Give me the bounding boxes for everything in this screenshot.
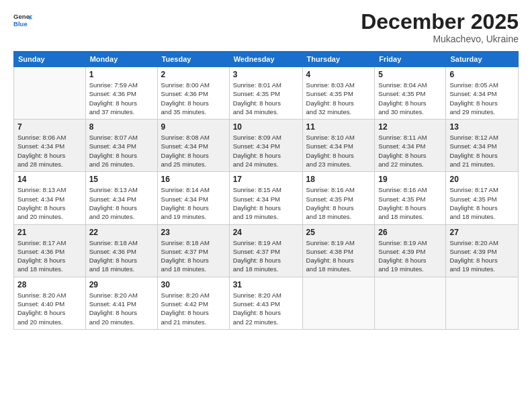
calendar-cell: 13Sunrise: 8:12 AM Sunset: 4:34 PM Dayli… bbox=[446, 120, 519, 172]
weekday-header-tuesday: Tuesday bbox=[157, 52, 229, 67]
day-number: 23 bbox=[161, 228, 226, 237]
day-info: Sunrise: 8:19 AM Sunset: 4:38 PM Dayligh… bbox=[306, 238, 371, 274]
week-row-5: 28Sunrise: 8:20 AM Sunset: 4:40 PM Dayli… bbox=[14, 277, 519, 329]
calendar-cell: 15Sunrise: 8:13 AM Sunset: 4:34 PM Dayli… bbox=[85, 172, 157, 224]
calendar-cell: 21Sunrise: 8:17 AM Sunset: 4:36 PM Dayli… bbox=[14, 224, 86, 277]
day-number: 18 bbox=[306, 175, 371, 184]
week-row-4: 21Sunrise: 8:17 AM Sunset: 4:36 PM Dayli… bbox=[14, 224, 519, 277]
day-info: Sunrise: 8:19 AM Sunset: 4:39 PM Dayligh… bbox=[378, 238, 442, 274]
calendar-cell: 25Sunrise: 8:19 AM Sunset: 4:38 PM Dayli… bbox=[302, 224, 375, 277]
day-number: 10 bbox=[233, 122, 299, 132]
day-info: Sunrise: 8:20 AM Sunset: 4:43 PM Dayligh… bbox=[233, 291, 299, 326]
day-info: Sunrise: 8:09 AM Sunset: 4:34 PM Dayligh… bbox=[233, 133, 299, 169]
calendar-cell: 20Sunrise: 8:17 AM Sunset: 4:35 PM Dayli… bbox=[446, 172, 519, 224]
day-info: Sunrise: 8:06 AM Sunset: 4:34 PM Dayligh… bbox=[17, 133, 82, 169]
day-number: 2 bbox=[161, 70, 226, 79]
day-number: 14 bbox=[17, 175, 82, 184]
day-info: Sunrise: 8:13 AM Sunset: 4:34 PM Dayligh… bbox=[17, 185, 82, 221]
calendar-cell: 16Sunrise: 8:14 AM Sunset: 4:34 PM Dayli… bbox=[157, 172, 229, 224]
calendar-cell: 1Sunrise: 7:59 AM Sunset: 4:36 PM Daylig… bbox=[85, 67, 157, 120]
day-info: Sunrise: 8:08 AM Sunset: 4:34 PM Dayligh… bbox=[161, 133, 226, 169]
day-number: 8 bbox=[89, 122, 154, 132]
week-row-3: 14Sunrise: 8:13 AM Sunset: 4:34 PM Dayli… bbox=[14, 172, 519, 224]
day-info: Sunrise: 8:03 AM Sunset: 4:35 PM Dayligh… bbox=[306, 81, 371, 116]
day-number: 25 bbox=[306, 228, 371, 237]
day-info: Sunrise: 8:20 AM Sunset: 4:39 PM Dayligh… bbox=[449, 238, 515, 274]
calendar-cell: 10Sunrise: 8:09 AM Sunset: 4:34 PM Dayli… bbox=[229, 120, 302, 172]
day-number: 28 bbox=[17, 280, 82, 289]
day-info: Sunrise: 8:20 AM Sunset: 4:41 PM Dayligh… bbox=[89, 291, 154, 326]
calendar-cell: 28Sunrise: 8:20 AM Sunset: 4:40 PM Dayli… bbox=[14, 277, 86, 329]
logo-icon: General Blue bbox=[13, 11, 32, 30]
day-info: Sunrise: 8:16 AM Sunset: 4:35 PM Dayligh… bbox=[378, 185, 442, 221]
weekday-header-thursday: Thursday bbox=[302, 52, 375, 67]
calendar-cell: 18Sunrise: 8:16 AM Sunset: 4:35 PM Dayli… bbox=[302, 172, 375, 224]
day-number: 19 bbox=[378, 175, 442, 184]
day-info: Sunrise: 8:04 AM Sunset: 4:35 PM Dayligh… bbox=[378, 81, 442, 116]
day-number: 30 bbox=[161, 280, 226, 289]
day-info: Sunrise: 8:19 AM Sunset: 4:37 PM Dayligh… bbox=[233, 238, 299, 274]
svg-text:Blue: Blue bbox=[13, 20, 28, 28]
calendar-cell: 24Sunrise: 8:19 AM Sunset: 4:37 PM Dayli… bbox=[229, 224, 302, 277]
calendar-cell: 12Sunrise: 8:11 AM Sunset: 4:34 PM Dayli… bbox=[375, 120, 446, 172]
calendar-cell: 14Sunrise: 8:13 AM Sunset: 4:34 PM Dayli… bbox=[14, 172, 86, 224]
day-info: Sunrise: 8:20 AM Sunset: 4:42 PM Dayligh… bbox=[161, 291, 226, 326]
calendar-cell bbox=[302, 277, 375, 329]
day-info: Sunrise: 8:11 AM Sunset: 4:34 PM Dayligh… bbox=[378, 133, 442, 169]
day-number: 15 bbox=[89, 175, 154, 184]
weekday-header-sunday: Sunday bbox=[14, 52, 86, 67]
calendar-table: SundayMondayTuesdayWednesdayThursdayFrid… bbox=[13, 51, 519, 330]
calendar-cell: 30Sunrise: 8:20 AM Sunset: 4:42 PM Dayli… bbox=[157, 277, 229, 329]
calendar-cell: 26Sunrise: 8:19 AM Sunset: 4:39 PM Dayli… bbox=[375, 224, 446, 277]
day-number: 9 bbox=[161, 122, 226, 132]
calendar-cell: 8Sunrise: 8:07 AM Sunset: 4:34 PM Daylig… bbox=[85, 120, 157, 172]
calendar-cell: 5Sunrise: 8:04 AM Sunset: 4:35 PM Daylig… bbox=[375, 67, 446, 120]
day-info: Sunrise: 8:20 AM Sunset: 4:40 PM Dayligh… bbox=[17, 291, 82, 326]
day-info: Sunrise: 8:05 AM Sunset: 4:34 PM Dayligh… bbox=[449, 81, 515, 116]
month-title: December 2025 bbox=[361, 11, 519, 32]
day-info: Sunrise: 8:12 AM Sunset: 4:34 PM Dayligh… bbox=[449, 133, 515, 169]
day-number: 5 bbox=[378, 70, 442, 79]
day-number: 31 bbox=[233, 280, 299, 289]
calendar-cell: 11Sunrise: 8:10 AM Sunset: 4:34 PM Dayli… bbox=[302, 120, 375, 172]
calendar-cell bbox=[14, 67, 86, 120]
calendar-cell: 23Sunrise: 8:18 AM Sunset: 4:37 PM Dayli… bbox=[157, 224, 229, 277]
day-info: Sunrise: 8:01 AM Sunset: 4:35 PM Dayligh… bbox=[233, 81, 299, 116]
day-info: Sunrise: 8:17 AM Sunset: 4:36 PM Dayligh… bbox=[17, 238, 82, 274]
day-info: Sunrise: 8:00 AM Sunset: 4:36 PM Dayligh… bbox=[161, 81, 226, 116]
calendar-cell bbox=[375, 277, 446, 329]
day-info: Sunrise: 8:14 AM Sunset: 4:34 PM Dayligh… bbox=[161, 185, 226, 221]
calendar-cell: 27Sunrise: 8:20 AM Sunset: 4:39 PM Dayli… bbox=[446, 224, 519, 277]
day-number: 4 bbox=[306, 70, 371, 79]
weekday-header-wednesday: Wednesday bbox=[229, 52, 302, 67]
day-info: Sunrise: 8:10 AM Sunset: 4:34 PM Dayligh… bbox=[306, 133, 371, 169]
day-number: 22 bbox=[89, 228, 154, 237]
calendar-cell: 9Sunrise: 8:08 AM Sunset: 4:34 PM Daylig… bbox=[157, 120, 229, 172]
day-number: 26 bbox=[378, 228, 442, 237]
logo: General Blue bbox=[13, 11, 32, 30]
title-block: December 2025 Mukachevo, Ukraine bbox=[361, 11, 519, 44]
day-number: 17 bbox=[233, 175, 299, 184]
calendar-cell: 31Sunrise: 8:20 AM Sunset: 4:43 PM Dayli… bbox=[229, 277, 302, 329]
day-info: Sunrise: 8:17 AM Sunset: 4:35 PM Dayligh… bbox=[449, 185, 515, 221]
day-info: Sunrise: 8:18 AM Sunset: 4:36 PM Dayligh… bbox=[89, 238, 154, 274]
calendar-cell: 2Sunrise: 8:00 AM Sunset: 4:36 PM Daylig… bbox=[157, 67, 229, 120]
day-number: 20 bbox=[449, 175, 515, 184]
day-number: 29 bbox=[89, 280, 154, 289]
calendar-cell bbox=[446, 277, 519, 329]
day-info: Sunrise: 8:16 AM Sunset: 4:35 PM Dayligh… bbox=[306, 185, 371, 221]
calendar-cell: 17Sunrise: 8:15 AM Sunset: 4:34 PM Dayli… bbox=[229, 172, 302, 224]
weekday-header-saturday: Saturday bbox=[446, 52, 519, 67]
week-row-2: 7Sunrise: 8:06 AM Sunset: 4:34 PM Daylig… bbox=[14, 120, 519, 172]
day-number: 7 bbox=[17, 122, 82, 132]
week-row-1: 1Sunrise: 7:59 AM Sunset: 4:36 PM Daylig… bbox=[14, 67, 519, 120]
calendar-cell: 4Sunrise: 8:03 AM Sunset: 4:35 PM Daylig… bbox=[302, 67, 375, 120]
day-info: Sunrise: 8:18 AM Sunset: 4:37 PM Dayligh… bbox=[161, 238, 226, 274]
day-info: Sunrise: 7:59 AM Sunset: 4:36 PM Dayligh… bbox=[89, 81, 154, 116]
calendar-cell: 22Sunrise: 8:18 AM Sunset: 4:36 PM Dayli… bbox=[85, 224, 157, 277]
page: General Blue December 2025 Mukachevo, Uk… bbox=[0, 0, 532, 411]
day-number: 6 bbox=[449, 70, 515, 79]
location: Mukachevo, Ukraine bbox=[361, 34, 519, 44]
day-number: 13 bbox=[449, 122, 515, 132]
day-number: 1 bbox=[89, 70, 154, 79]
